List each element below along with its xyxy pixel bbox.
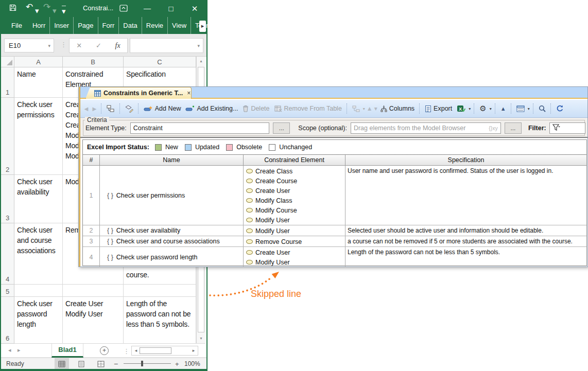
ribbon-tab-tell-me[interactable]: Tell m <box>215 17 249 34</box>
sheet-tab-blad1[interactable]: Blad1 <box>51 344 83 358</box>
ribbon-tab-home[interactable]: Horr <box>28 17 50 34</box>
column-header-c[interactable]: C <box>124 57 196 67</box>
constraint-name[interactable]: Check user availability <box>116 227 180 234</box>
constrained-element[interactable]: Modify Class <box>246 196 345 205</box>
zoom-in-icon[interactable]: + <box>175 360 179 368</box>
ribbon-tab-insert[interactable]: Inser <box>50 17 74 34</box>
scroll-up-icon[interactable]: ▴ <box>197 57 205 66</box>
constrained-element[interactable]: Modify Course <box>246 205 345 215</box>
column-header-a[interactable]: A <box>14 57 63 67</box>
scroll-down-icon[interactable]: ▾ <box>197 334 205 343</box>
constraint-name[interactable]: Check user and course associations <box>116 238 220 245</box>
maximize-button[interactable]: □ <box>161 0 181 17</box>
add-new-button[interactable]: Add New <box>142 104 183 113</box>
customize-quick-access-icon[interactable]: ▾ <box>62 6 66 16</box>
ribbon-tab-review[interactable]: Revie <box>142 17 168 34</box>
undo-dropdown-icon[interactable]: ▾ <box>35 6 39 15</box>
confirm-entry-icon[interactable]: ✓ <box>96 42 101 49</box>
specification-cell[interactable]: a course can not be removed if 5 or more… <box>345 236 586 246</box>
collapse-criteria-icon[interactable]: ▲ <box>499 104 508 113</box>
page-break-view-icon[interactable] <box>94 358 108 369</box>
excel-sync-dropdown-icon[interactable]: ▾ <box>469 107 471 111</box>
save-icon[interactable] <box>9 4 16 11</box>
ribbon-tab-formulas[interactable]: Forr <box>98 17 119 34</box>
options-gear-icon[interactable]: ⚙ <box>478 103 488 114</box>
horizontal-scrollbar-thumb[interactable] <box>140 347 171 354</box>
refresh-icon[interactable] <box>555 104 565 113</box>
row-number[interactable]: 2 <box>1 98 14 175</box>
ribbon-tab-view[interactable]: View <box>168 17 191 34</box>
edit-properties-icon[interactable] <box>124 104 135 114</box>
zoom-slider-thumb[interactable] <box>141 361 143 366</box>
table-row[interactable]: 2 { } Check user availability Modify Use… <box>83 225 586 236</box>
scroll-right-icon[interactable]: ▸ <box>190 346 197 355</box>
ribbon-more-button[interactable]: ▸ <box>199 21 206 32</box>
constraint-name[interactable]: Check user password length <box>116 254 198 261</box>
element-type-input[interactable]: Constraint <box>130 122 270 134</box>
header-number[interactable]: # <box>83 155 100 165</box>
cell-b5[interactable] <box>63 285 124 297</box>
table-row[interactable]: 3 { } Check user and course associations… <box>83 236 586 247</box>
select-in-containment-tree-icon[interactable] <box>105 104 116 114</box>
constrained-element[interactable]: Modify User <box>246 257 345 267</box>
row-number[interactable]: 6 <box>1 297 14 344</box>
add-existing-button[interactable]: Add Existing... <box>184 104 239 113</box>
formula-expand-icon[interactable]: ▾ <box>197 43 200 48</box>
specification-cell[interactable]: Length of the password can not be less t… <box>345 247 586 267</box>
name-box-dropdown-icon[interactable]: ▾ <box>48 43 50 48</box>
filter-icon[interactable] <box>552 124 561 132</box>
scroll-left-icon[interactable]: ◂ <box>132 346 140 355</box>
sheet-nav-right-icon[interactable]: ▸ <box>18 347 21 354</box>
filter-input[interactable] <box>549 122 585 134</box>
row-number[interactable]: 1 <box>1 67 14 98</box>
search-icon[interactable] <box>537 104 547 113</box>
constrained-element[interactable]: Modify User <box>246 226 345 236</box>
cell-a4[interactable]: Check user and course associations <box>14 223 63 285</box>
header-specification[interactable]: Specification <box>345 155 586 165</box>
name-box[interactable]: E10 ▾ <box>4 39 54 52</box>
element-type-browse-button[interactable]: ... <box>273 122 290 134</box>
page-layout-view-icon[interactable] <box>74 358 89 369</box>
formula-input[interactable]: ▾ <box>130 38 203 53</box>
column-header-b[interactable]: B <box>63 57 124 67</box>
zoom-slider-track[interactable] <box>124 363 171 364</box>
zoom-out-icon[interactable]: − <box>114 360 118 368</box>
minimize-button[interactable]: — <box>137 0 158 17</box>
select-all-corner[interactable] <box>1 57 14 67</box>
export-button[interactable]: Export <box>423 104 454 114</box>
cancel-entry-icon[interactable]: ✕ <box>76 42 82 49</box>
specification-cell[interactable]: Selected user should be active user and … <box>345 225 586 236</box>
header-constrained-element[interactable]: Constrained Element <box>244 155 345 165</box>
cell-b6[interactable]: Create User Modify User <box>63 297 124 344</box>
scope-input[interactable]: Drag elements from the Model Browser {}x… <box>351 122 501 134</box>
cell-c6[interactable]: Length of the password can not be less t… <box>124 297 196 344</box>
constrained-element[interactable]: Create Course <box>246 176 345 186</box>
horizontal-scrollbar[interactable]: ◂ ▸ <box>131 346 198 356</box>
normal-view-icon[interactable] <box>55 358 69 369</box>
close-button[interactable]: ✕ <box>184 0 205 17</box>
undo-icon[interactable]: ↶ <box>26 3 33 12</box>
ribbon-display-options-icon[interactable] <box>119 5 128 12</box>
ribbon-tab-page-layout[interactable]: Page <box>74 17 98 34</box>
options-dropdown-icon[interactable]: ▾ <box>490 107 492 111</box>
columns-button[interactable]: Columns <box>379 104 416 113</box>
scope-browse-button[interactable]: ... <box>505 122 522 134</box>
cell-a1[interactable]: Name <box>14 67 63 98</box>
tab-close-icon[interactable]: × <box>187 90 191 97</box>
cell-a6[interactable]: Check user password length <box>14 297 63 344</box>
table-row[interactable]: 4 { } Check user password length Create … <box>83 247 586 267</box>
sheet-nav-left-icon[interactable]: ◂ <box>8 347 11 354</box>
row-number[interactable]: 3 <box>1 175 14 223</box>
constrained-element[interactable]: Create User <box>246 186 345 196</box>
row-number[interactable]: 4 <box>1 223 14 285</box>
header-name[interactable]: Name <box>100 155 244 165</box>
constrained-element[interactable]: Create User <box>246 248 345 257</box>
ribbon-tab-file[interactable]: File <box>5 17 28 34</box>
cell-a2[interactable]: Check user permissions <box>14 98 63 175</box>
constrained-element[interactable]: Remove Course <box>246 237 345 246</box>
specification-cell[interactable]: User name and user password is confirmed… <box>345 166 586 225</box>
constrained-element[interactable]: Create Class <box>246 166 345 176</box>
ribbon-tab-data[interactable]: Data <box>119 17 142 34</box>
table-row[interactable]: 1 { } Check user permissions Create Clas… <box>83 166 586 225</box>
tab-constraints-in-generic-table[interactable]: Constraints in Generic T... × <box>85 87 192 99</box>
